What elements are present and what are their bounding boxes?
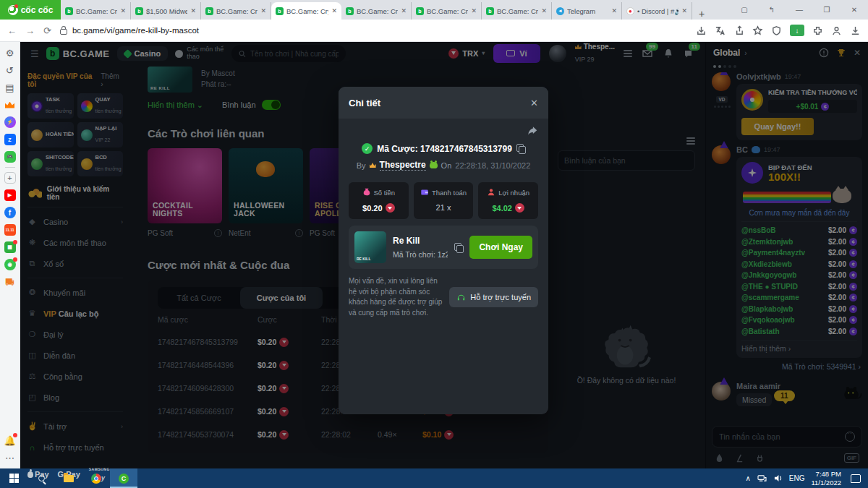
tab-close-icon[interactable]: ✕ [471, 7, 477, 14]
downloads-icon[interactable] [850, 25, 861, 36]
add-app-icon[interactable]: + [4, 172, 16, 184]
tab-close-icon[interactable]: ✕ [120, 7, 126, 14]
windows-logo-icon [9, 474, 19, 483]
bet-id: Mã Cược: 1748217467845313799 [377, 144, 512, 154]
browser-tab-discord[interactable]: ●• Discord | #🔊m✕ [622, 2, 692, 20]
trx-coin-icon [386, 203, 395, 213]
play-now-button[interactable]: Chơi Ngay [469, 236, 532, 259]
bet-username[interactable]: Thespectre [380, 160, 426, 171]
browser-tab-telegram[interactable]: ◂Telegram✕ [552, 2, 622, 20]
tray-expand-icon[interactable]: ∧ [745, 474, 750, 482]
moneybag-icon [362, 188, 371, 197]
browser-tab[interactable]: bBC.Game: Crypto✕ [482, 2, 552, 20]
tab-close-icon[interactable]: ✕ [541, 7, 547, 14]
tab-close-icon[interactable]: ✕ [611, 7, 617, 14]
tab-close-icon[interactable]: ✕ [681, 7, 687, 14]
recent-tabs-icon[interactable]: ↰ [758, 6, 786, 14]
browser-tab-bar: cốc cốc bBC.Game: Crypto✕ b$1,500 Midwee… [0, 0, 868, 20]
cart-icon[interactable]: ⛟ [4, 276, 16, 288]
address-bar-actions: ↓ [696, 25, 861, 36]
taskbar-clock[interactable]: 7:48 PM 11/1/2022 [811, 470, 841, 487]
modal-game-row: RE KILL Re Kill Mã Trò chơi: 1z2xm6:v Ch… [349, 226, 538, 269]
download-manager-icon[interactable]: ↓ [790, 25, 804, 36]
copy-icon[interactable] [516, 144, 525, 153]
sidebar-more-icon[interactable]: ⋯ [4, 452, 16, 463]
gift-icon[interactable]: ▦ [4, 241, 16, 253]
tab-close-icon[interactable]: ✕ [401, 7, 407, 14]
modal-header: Chi tiết ✕ [339, 87, 548, 119]
modal-title: Chi tiết [349, 98, 380, 108]
language-indicator[interactable]: ENG [789, 474, 805, 482]
browser-tab[interactable]: bBC.Game: Crypto✕ [341, 2, 412, 20]
game-code: Mã Trò chơi: 1z2xm6:v [393, 250, 448, 259]
network-icon[interactable] [757, 474, 767, 482]
maximize-button[interactable]: ❐ [813, 6, 841, 14]
bet-stats: Số tiền $0.20 Thanh toán 21 x Lợi nhuận … [349, 182, 538, 219]
bcgame-favicon: b [205, 7, 213, 15]
copy-icon[interactable] [454, 243, 463, 252]
bet-detail-modal: Chi tiết ✕ ✓ Mã Cược: 174821746784531379… [339, 87, 548, 414]
coccoc-logo-icon [8, 5, 18, 15]
bookmark-star-icon[interactable] [752, 25, 763, 36]
reading-list-icon[interactable]: ▤ [4, 82, 16, 93]
settings-gear-icon[interactable]: ⚙ [4, 47, 16, 59]
bcgame-favicon: b [135, 7, 143, 15]
zalo-icon[interactable]: Z [4, 134, 16, 145]
back-icon[interactable]: ← [7, 25, 17, 36]
apple-icon [27, 471, 33, 478]
history-icon[interactable]: ↺ [4, 64, 16, 76]
stat-profit: Lợi nhuận $4.02 [478, 182, 538, 219]
sidebar-divider [5, 167, 15, 168]
live-support-button[interactable]: Hỗ trợ trực tuyến [449, 287, 538, 307]
bcgame-favicon: b [416, 7, 424, 15]
modal-close-icon[interactable]: ✕ [530, 98, 538, 108]
notification-bell-icon[interactable]: 🔔 [4, 435, 16, 446]
browser-tab[interactable]: bBC.Game: Crypto✕ [412, 2, 482, 20]
browser-tab-active[interactable]: bBC.Game: Crypto✕ [271, 2, 341, 20]
share-icon[interactable] [527, 126, 538, 137]
tab-close-icon[interactable]: ✕ [190, 7, 196, 14]
start-button[interactable] [0, 468, 27, 488]
browser-tab[interactable]: bBC.Game: Crypto✕ [61, 2, 131, 20]
shield-icon[interactable] [771, 25, 782, 36]
tab-list: bBC.Game: Crypto✕ b$1,500 Midweek✕ bBC.G… [61, 0, 731, 20]
window-controls: ▢ ↰ — ❐ ✕ [731, 0, 868, 20]
browser-tab[interactable]: b$1,500 Midweek✕ [131, 2, 201, 20]
messenger-icon[interactable]: ⚡ [4, 116, 16, 128]
game-thumbnail[interactable]: RE KILL [354, 231, 386, 263]
forward-icon[interactable]: → [25, 25, 35, 36]
close-button[interactable]: ✕ [841, 6, 868, 14]
browser-tab[interactable]: bBC.Game: Crypto✕ [201, 2, 271, 20]
frog-icon [430, 162, 438, 168]
minimize-button[interactable]: — [786, 6, 813, 14]
volume-icon[interactable] [773, 474, 783, 482]
chrome-icon [91, 474, 101, 484]
wallet-icon [420, 188, 429, 197]
chat-app-icon[interactable]: ◉ [4, 259, 16, 270]
translate-icon[interactable] [715, 25, 726, 36]
new-tab-button[interactable]: + [692, 8, 711, 20]
bcgame-favicon: b [65, 7, 73, 15]
profile-icon[interactable] [831, 25, 842, 36]
save-page-icon[interactable] [696, 25, 707, 36]
tab-close-icon[interactable]: ✕ [260, 7, 266, 14]
support-text: Mọi vấn đề, xin vui lòng liên hệ với bộ … [349, 276, 442, 318]
facebook-icon[interactable]: f [4, 207, 16, 218]
youtube-icon[interactable]: ▶ [4, 189, 16, 201]
url-box[interactable]: bc.game/vi/game/re-kill-by-mascot [60, 26, 687, 35]
browser-brand[interactable]: cốc cốc [0, 0, 61, 20]
vip-crown-icon[interactable] [4, 99, 16, 111]
web-page: ☰ b BC.GAME Casino Các môn thể thao [20, 42, 868, 468]
tab-close-icon[interactable]: ✕ [331, 7, 337, 14]
tab-search-icon[interactable]: ▢ [731, 6, 758, 14]
telegram-favicon: ◂ [556, 7, 564, 15]
reload-icon[interactable]: ⟳ [43, 25, 51, 36]
url-text[interactable]: bc.game/vi/game/re-kill-by-mascot [72, 26, 199, 35]
games-icon[interactable]: 🎮 [4, 151, 16, 163]
extensions-icon[interactable] [812, 25, 823, 36]
shopping-sale-icon[interactable]: 11.11 [4, 224, 16, 236]
clock-time: 7:48 PM [811, 470, 841, 479]
verified-check-icon: ✓ [362, 143, 373, 154]
share-icon[interactable] [733, 25, 744, 36]
action-center-icon[interactable] [851, 474, 861, 483]
